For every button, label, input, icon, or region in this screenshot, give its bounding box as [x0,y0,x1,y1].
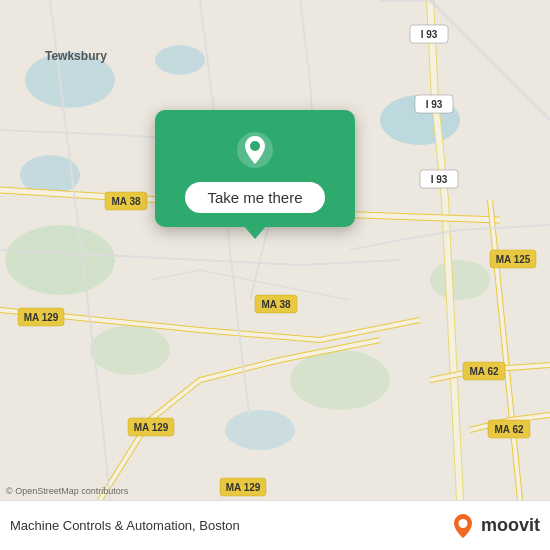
navigation-popup[interactable]: Take me there [155,110,355,227]
svg-point-36 [458,519,467,528]
location-pin-icon [233,128,277,172]
svg-text:I 93: I 93 [431,174,448,185]
svg-point-7 [155,45,205,75]
svg-text:MA 129: MA 129 [24,312,59,323]
svg-text:I 93: I 93 [426,99,443,110]
map-container: I 93 I 93 I 93 MA 38 MA 38 MA 129 MA 129… [0,0,550,500]
svg-point-2 [90,325,170,375]
svg-text:MA 62: MA 62 [469,366,499,377]
svg-point-9 [225,410,295,450]
map-svg: I 93 I 93 I 93 MA 38 MA 38 MA 129 MA 129… [0,0,550,500]
svg-text:MA 125: MA 125 [496,254,531,265]
svg-text:MA 62: MA 62 [494,424,524,435]
svg-text:MA 129: MA 129 [226,482,261,493]
tewksbury-label: Tewksbury [45,49,107,63]
moovit-pin-icon [449,512,477,540]
location-label: Machine Controls & Automation, Boston [10,518,240,533]
svg-text:© OpenStreetMap contributors: © OpenStreetMap contributors [6,486,129,496]
moovit-brand-label: moovit [481,515,540,536]
svg-point-35 [250,141,260,151]
svg-text:MA 129: MA 129 [134,422,169,433]
bottom-bar: Machine Controls & Automation, Boston mo… [0,500,550,550]
svg-text:I 93: I 93 [421,29,438,40]
svg-point-3 [290,350,390,410]
svg-text:MA 38: MA 38 [261,299,291,310]
take-me-there-button[interactable]: Take me there [185,182,324,213]
moovit-logo: moovit [449,512,540,540]
svg-point-4 [430,260,490,300]
svg-text:MA 38: MA 38 [111,196,141,207]
svg-point-1 [5,225,115,295]
